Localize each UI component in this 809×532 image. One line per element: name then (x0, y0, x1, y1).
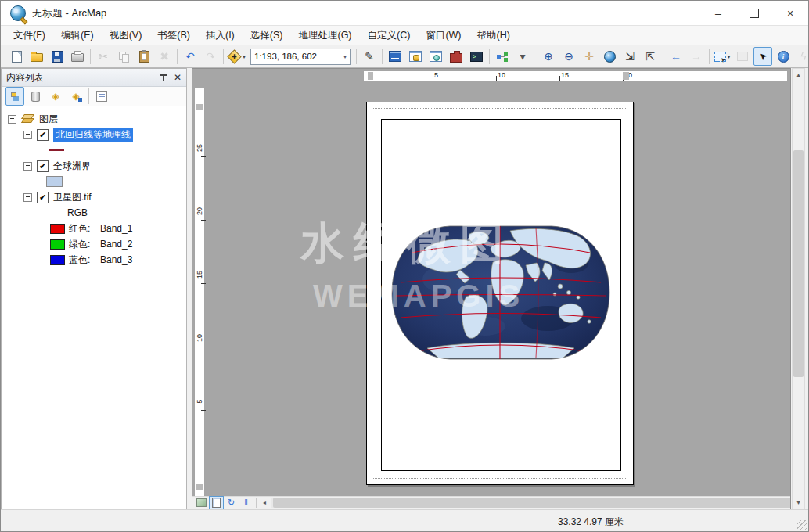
select-features-button[interactable]: ▾ (713, 47, 732, 66)
menu-item-10[interactable]: 帮助(H) (469, 27, 518, 45)
vertical-scrollbar[interactable]: ▴ ▾ (792, 68, 805, 509)
status-bar: 33.32 4.97 厘米 (1, 509, 808, 531)
data-view-button[interactable] (194, 496, 209, 509)
list-by-drawing-order-button[interactable] (5, 87, 24, 106)
chevron-down-icon[interactable]: ▾ (343, 53, 347, 60)
save-button[interactable] (48, 47, 67, 66)
search-window-button[interactable] (426, 47, 445, 66)
toc-close-icon[interactable]: ✕ (174, 73, 182, 82)
new-document-button[interactable] (7, 47, 26, 66)
menu-item-5[interactable]: 插入(I) (198, 27, 243, 45)
scroll-up-arrow[interactable]: ▴ (793, 69, 804, 81)
minimize-button[interactable]: – (700, 1, 736, 25)
redo-button[interactable]: ↷ (201, 47, 220, 66)
zoom-in-button[interactable]: ⊕ (539, 47, 558, 66)
ruler-tick (201, 220, 206, 221)
ruler-tick (559, 76, 560, 81)
pan-button[interactable]: ✛ (580, 47, 599, 66)
table-of-contents-window-icon (389, 51, 401, 62)
list-by-selection-button[interactable]: ◈ (67, 87, 85, 106)
menu-item-1[interactable]: 文件(F) (5, 27, 53, 45)
open-folder-button[interactable] (27, 47, 46, 66)
catalog-window-button[interactable] (406, 47, 425, 66)
copy-button[interactable] (114, 47, 133, 66)
resize-grip[interactable] (797, 520, 807, 530)
layer-visibility-checkbox[interactable]: ✔ (37, 160, 49, 172)
clear-selection-button[interactable] (733, 47, 752, 66)
chevron-down-icon[interactable]: ▾ (728, 53, 731, 60)
toolbar-overflow-button[interactable]: ▾ (513, 47, 532, 66)
select-elements-button[interactable] (753, 47, 772, 66)
vertical-scroll-thumb[interactable] (793, 150, 804, 377)
menu-item-7[interactable]: 地理处理(G) (290, 27, 359, 45)
layer-visibility-checkbox[interactable]: ✔ (37, 129, 49, 141)
scroll-down-arrow[interactable]: ▾ (793, 497, 804, 509)
expander-minus-icon[interactable] (23, 131, 32, 139)
pause-drawing-button[interactable]: ‖ (239, 496, 253, 509)
modelbuilder-button[interactable] (493, 47, 512, 66)
add-data-button[interactable]: ▾ (227, 47, 246, 66)
layer-name-label[interactable]: 北回归线等地理线 (53, 128, 133, 142)
red-swatch[interactable] (50, 224, 65, 234)
ruler-tick (201, 347, 206, 347)
open-folder-icon (31, 53, 43, 62)
toc-tree-row: 绿色:Band_2 (2, 236, 186, 252)
go-back-extent-button[interactable]: ← (667, 47, 685, 66)
layer-visibility-checkbox[interactable]: ✔ (37, 192, 49, 203)
fixed-zoom-out-button[interactable]: ⇱ (641, 47, 660, 66)
close-button[interactable]: × (772, 1, 808, 25)
ruler-tick (201, 283, 206, 284)
auto-hide-pin-icon[interactable] (160, 74, 167, 81)
layer-name-label[interactable]: 卫星图.tif (53, 191, 92, 204)
menu-item-4[interactable]: 书签(B) (149, 27, 198, 45)
table-of-contents-window-button[interactable] (386, 47, 404, 66)
scroll-left-arrow[interactable]: ◂ (259, 497, 270, 509)
expander-minus-icon[interactable] (23, 162, 32, 171)
list-by-source-button[interactable] (26, 87, 45, 106)
line-symbol[interactable] (49, 149, 64, 151)
menu-item-3[interactable]: 视图(V) (102, 27, 150, 45)
horizontal-scroll-thumb[interactable] (273, 498, 791, 508)
map-scale-combo[interactable]: 1:193, 186, 602▾ (250, 49, 351, 65)
zoom-out-button[interactable]: ⊖ (559, 47, 578, 66)
toc-options-button[interactable] (92, 87, 111, 106)
menu-item-6[interactable]: 选择(S) (243, 27, 291, 45)
layout-view-canvas[interactable]: 5101520 252015105 (192, 68, 791, 509)
python-window-button[interactable] (467, 47, 486, 66)
layer-group-label[interactable]: 图层 (39, 113, 58, 126)
list-by-visibility-button[interactable]: ◈ (46, 87, 65, 106)
ruler-tick (496, 76, 497, 81)
horizontal-scrollbar[interactable] (271, 498, 778, 508)
menu-item-2[interactable]: 编辑(E) (53, 27, 102, 45)
polygon-symbol[interactable] (46, 176, 63, 187)
print-button[interactable] (68, 47, 87, 66)
delete-button[interactable]: ✖ (155, 47, 174, 66)
chevron-down-icon[interactable]: ▾ (243, 53, 246, 60)
editor-pencil-button[interactable]: ✎ (360, 47, 379, 66)
maximize-button[interactable] (736, 1, 772, 25)
undo-button[interactable]: ↶ (181, 47, 200, 66)
expander-minus-icon[interactable] (8, 115, 16, 124)
full-extent-button[interactable] (600, 47, 619, 66)
editor-pencil-icon: ✎ (365, 51, 374, 62)
fixed-zoom-in-button[interactable]: ⇲ (620, 47, 639, 66)
layer-name-label[interactable]: 全球洲界 (53, 160, 91, 173)
menu-item-8[interactable]: 自定义(C) (360, 27, 419, 45)
world-map-graphic[interactable] (391, 225, 610, 361)
go-forward-extent-button[interactable]: → (687, 47, 706, 66)
cut-button[interactable]: ✂ (94, 47, 113, 66)
paste-button[interactable] (135, 47, 153, 66)
identify-button[interactable] (774, 47, 793, 66)
ruler-tick (433, 76, 433, 81)
green-swatch[interactable] (50, 239, 65, 250)
refresh-view-button[interactable]: ↻ (224, 496, 239, 509)
list-by-visibility-icon: ◈ (52, 92, 59, 101)
hyperlink-lightning-button[interactable]: ϟ (794, 47, 809, 66)
menu-item-9[interactable]: 窗口(W) (418, 27, 469, 45)
blue-swatch[interactable] (50, 255, 65, 265)
arctoolbox-button[interactable] (447, 47, 466, 66)
view-switch-buttons: ↻‖ (194, 496, 253, 509)
fixed-zoom-in-icon: ⇲ (625, 51, 635, 62)
expander-minus-icon[interactable] (23, 193, 32, 202)
layout-view-button[interactable] (209, 496, 224, 509)
